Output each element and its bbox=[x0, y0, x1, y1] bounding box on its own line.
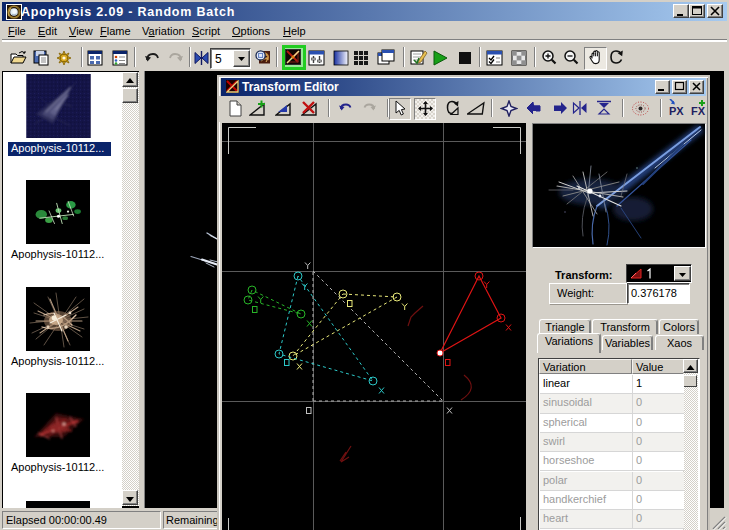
svg-text:FX: FX bbox=[691, 105, 706, 117]
svg-text:PX: PX bbox=[669, 105, 684, 117]
